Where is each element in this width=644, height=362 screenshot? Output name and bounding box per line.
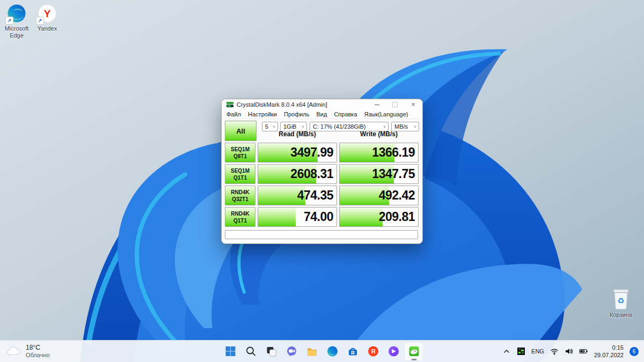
chevron-down-icon: ˅	[302, 124, 304, 129]
store-button[interactable]	[343, 342, 362, 361]
window-title: CrystalDiskMark 8.0.4 x64 [Admin]	[237, 101, 327, 108]
svg-text:Y: Y	[44, 8, 51, 19]
read-column-header: Read (MB/s)	[258, 130, 337, 138]
write-result-cell[interactable]: 492.42	[339, 186, 419, 205]
store-icon	[347, 345, 358, 357]
tray-chevron-up-icon[interactable]	[502, 347, 511, 356]
chat-icon	[286, 345, 297, 357]
recycle-bin-icon: ♻	[611, 288, 631, 311]
result-bar	[258, 208, 296, 226]
write-column-header: Write (MB/s)	[339, 130, 419, 138]
menu-file[interactable]: Файл	[226, 111, 241, 117]
read-value: 74.00	[304, 208, 333, 226]
weather-condition: Облачно	[26, 352, 50, 359]
svg-text:Я: Я	[371, 348, 375, 354]
read-result-cell[interactable]: 474.35	[258, 186, 337, 205]
read-value: 3497.99	[290, 143, 333, 162]
desktop: ↗ Microsoft Edge Y ↗ Yandex ♻ Корзина	[0, 0, 644, 362]
read-result-cell[interactable]: 2608.31	[258, 164, 337, 184]
weather-temperature: 18°C	[26, 344, 50, 352]
read-result-cell[interactable]: 74.00	[258, 207, 337, 227]
task-view-button[interactable]	[262, 342, 281, 361]
clock[interactable]: 0:15 29.07.2022	[594, 344, 624, 359]
desktop-icon-edge[interactable]: ↗ Microsoft Edge	[1, 3, 32, 39]
close-button[interactable]: ×	[404, 99, 422, 110]
test-label-seq1m-q1t1[interactable]: SEQ1M Q1T1	[225, 164, 255, 184]
edge-icon	[326, 345, 338, 357]
task-view-icon	[265, 345, 277, 357]
shortcut-arrow-icon: ↗	[36, 17, 44, 25]
menu-profile[interactable]: Профиль	[284, 111, 310, 117]
write-value: 1366.19	[372, 143, 415, 162]
all-test-button[interactable]: All	[225, 121, 257, 141]
test-label-seq1m-q8t1[interactable]: SEQ1M Q8T1	[225, 143, 255, 162]
menu-bar: Файл Настройки Профиль Вид Справка Язык(…	[222, 110, 422, 119]
language-indicator[interactable]: ENG	[531, 348, 544, 354]
start-button[interactable]	[221, 342, 240, 361]
shortcut-arrow-icon: ↗	[5, 17, 13, 25]
write-result-cell[interactable]: 1347.75	[339, 164, 419, 184]
crystaldiskmark-icon	[408, 345, 420, 357]
edge-button[interactable]	[323, 342, 342, 361]
file-explorer-button[interactable]	[303, 342, 321, 361]
desktop-icon-label: Yandex	[33, 25, 62, 32]
tray-date: 29.07.2022	[594, 351, 624, 359]
desktop-icon-label: Корзина	[603, 312, 639, 319]
title-bar[interactable]: CrystalDiskMark 8.0.4 x64 [Admin] ×	[222, 99, 422, 110]
battery-icon[interactable]	[579, 347, 588, 356]
alice-icon	[387, 345, 399, 357]
yandex-browser-icon: Я	[367, 345, 379, 357]
chevron-down-icon: ˅	[414, 124, 416, 129]
volume-icon[interactable]	[565, 347, 573, 356]
search-icon	[245, 345, 257, 357]
status-bar	[225, 230, 418, 239]
taskbar: 18°C Облачно	[0, 340, 644, 362]
file-explorer-icon	[306, 345, 318, 357]
desktop-icon-label: Microsoft Edge	[1, 25, 32, 39]
crystaldiskmark-tray-icon[interactable]	[517, 347, 525, 356]
menu-settings[interactable]: Настройки	[248, 111, 277, 117]
svg-text:♻: ♻	[617, 296, 624, 306]
notification-badge[interactable]: 6	[630, 347, 639, 356]
search-button[interactable]	[241, 342, 260, 361]
menu-view[interactable]: Вид	[316, 111, 327, 117]
chevron-down-icon: ˅	[383, 124, 386, 129]
weather-widget[interactable]: 18°C Облачно	[6, 341, 50, 362]
test-label-rnd4k-q1t1[interactable]: RND4K Q1T1	[225, 207, 255, 227]
minimize-button[interactable]	[368, 99, 386, 110]
desktop-icon-yandex[interactable]: Y ↗ Yandex	[33, 3, 62, 32]
desktop-icon-recycle-bin[interactable]: ♻ Корзина	[603, 288, 639, 319]
windows-start-icon	[224, 345, 236, 357]
alice-button[interactable]	[384, 342, 403, 361]
test-label-rnd4k-q32t1[interactable]: RND4K Q32T1	[225, 186, 255, 205]
maximize-button[interactable]	[386, 99, 404, 110]
write-value: 209.81	[379, 208, 415, 226]
crystaldiskmark-app-icon	[226, 101, 233, 108]
crystaldiskmark-taskbar-button[interactable]	[405, 342, 423, 361]
tray-time: 0:15	[612, 344, 624, 351]
read-value: 474.35	[297, 186, 333, 205]
crystaldiskmark-window: CrystalDiskMark 8.0.4 x64 [Admin] × Файл…	[221, 99, 423, 244]
yandex-browser-button[interactable]: Я	[364, 342, 383, 361]
write-result-cell[interactable]: 1366.19	[339, 143, 419, 162]
write-value: 492.42	[379, 186, 415, 205]
menu-language[interactable]: Язык(Language)	[364, 111, 408, 117]
read-value: 2608.31	[290, 165, 333, 183]
write-value: 1347.75	[372, 165, 415, 183]
result-bar	[340, 208, 383, 226]
menu-help[interactable]: Справка	[334, 111, 357, 117]
cloud-icon	[6, 346, 21, 357]
write-result-cell[interactable]: 209.81	[339, 207, 419, 227]
wifi-icon[interactable]	[550, 347, 559, 356]
chat-button[interactable]	[282, 342, 301, 361]
chevron-down-icon: ˅	[273, 124, 275, 129]
read-result-cell[interactable]: 3497.99	[258, 143, 337, 162]
